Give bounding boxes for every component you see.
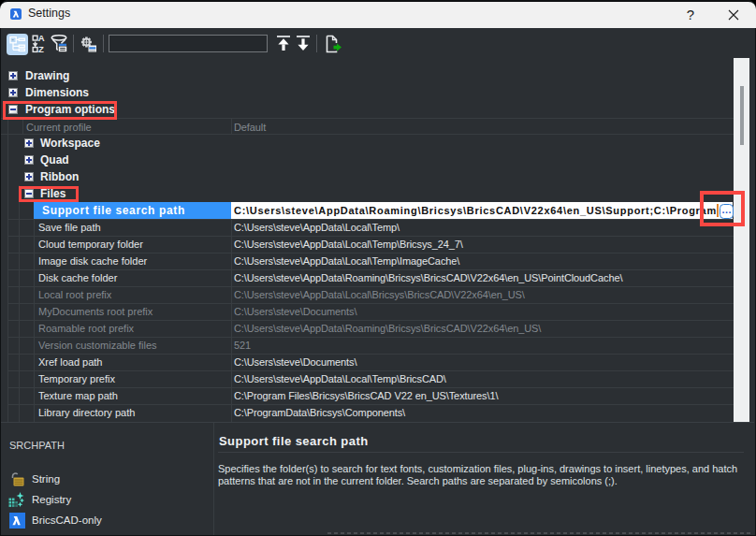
svg-text:A: A bbox=[38, 34, 45, 43]
svg-text:Z: Z bbox=[38, 44, 44, 54]
